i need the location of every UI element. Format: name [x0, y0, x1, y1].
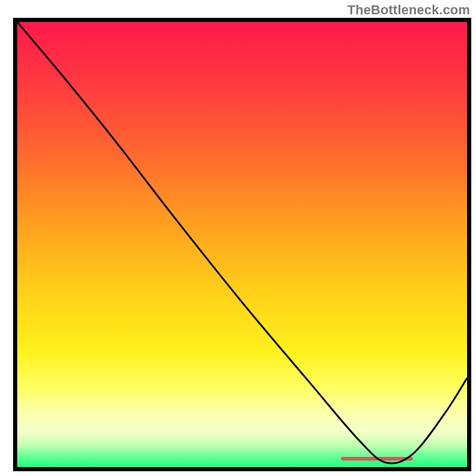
chart-frame [13, 18, 471, 471]
watermark-text: TheBottleneck.com [347, 2, 470, 18]
bottleneck-curve [17, 22, 467, 467]
curve-path [17, 22, 467, 464]
